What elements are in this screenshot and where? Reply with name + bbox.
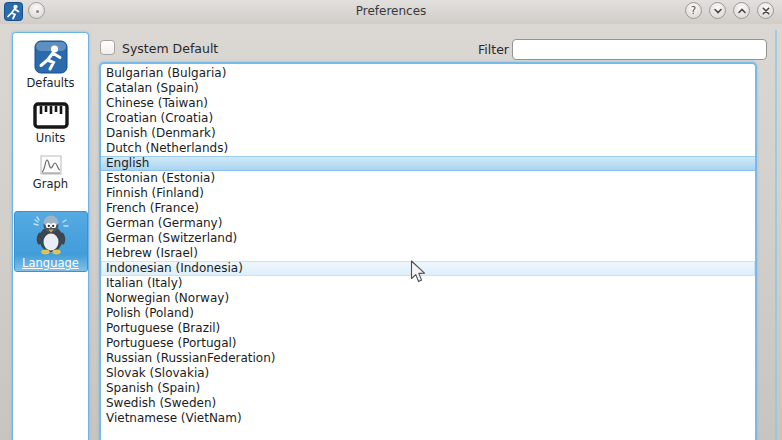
sidebar-item-language[interactable]: Language [14,211,88,272]
shade-up-button[interactable] [733,2,750,19]
ruler-icon [33,102,69,129]
list-item[interactable]: Estonian (Estonia) [101,171,755,186]
list-item[interactable]: Bulgarian (Bulgaria) [101,66,755,81]
list-item[interactable]: Finnish (Finland) [101,186,755,201]
titlebar-buttons: ? [685,2,774,19]
list-item[interactable]: Indonesian (Indonesia) [101,261,755,276]
system-default-checkbox[interactable] [100,40,115,55]
sidebar-item-units[interactable]: Units [13,102,88,145]
list-item[interactable]: English [101,156,755,171]
graph-curve-icon [40,155,62,175]
list-item[interactable]: Dutch (Netherlands) [101,141,755,156]
list-item[interactable]: Italian (Italy) [101,276,755,291]
help-button[interactable]: ? [685,2,702,19]
focus-edge-line [775,30,777,440]
list-item[interactable]: French (France) [101,201,755,216]
list-item[interactable]: Polish (Poland) [101,306,755,321]
chevron-up-icon [737,6,747,16]
close-button[interactable] [757,2,774,19]
defaults-app-icon [34,40,68,74]
list-item[interactable]: Catalan (Spain) [101,81,755,96]
list-item[interactable]: Vietnamese (VietNam) [101,411,755,426]
list-item[interactable]: Portuguese (Brazil) [101,321,755,336]
list-item[interactable]: Swedish (Sweden) [101,396,755,411]
list-item[interactable]: Portuguese (Portugal) [101,336,755,351]
language-list[interactable]: Bulgarian (Bulgaria)Catalan (Spain)Chine… [99,62,757,440]
titlebar[interactable]: Preferences ? [0,0,782,24]
sidebar-item-label: Graph [33,177,68,191]
system-default-label: System Default [122,41,218,56]
sidebar-item-label: Units [36,131,65,145]
window-title: Preferences [0,4,782,18]
list-item[interactable]: Spanish (Spain) [101,381,755,396]
list-item[interactable]: Russian (RussianFederation) [101,351,755,366]
question-mark-icon: ? [691,5,696,16]
filter-input[interactable] [512,39,767,60]
filter-label: Filter [478,42,509,57]
list-item[interactable]: Chinese (Taiwan) [101,96,755,111]
sidebar-item-defaults[interactable]: Defaults [13,40,88,90]
shade-down-button[interactable] [709,2,726,19]
sidebar-item-label: Defaults [26,76,74,90]
list-item[interactable]: Slovak (Slovakia) [101,366,755,381]
preferences-window: { "titlebar": { "title": "Preferences", … [0,0,782,440]
sidebar-item-label: Language [22,256,79,270]
close-x-icon [761,6,771,16]
list-item[interactable]: German (Switzerland) [101,231,755,246]
list-item[interactable]: German (Germany) [101,216,755,231]
list-item[interactable]: Norwegian (Norway) [101,291,755,306]
sidebar-item-graph[interactable]: Graph [13,155,88,191]
list-item[interactable]: Croatian (Croatia) [101,111,755,126]
tux-penguin-icon [29,212,73,256]
list-item[interactable]: Danish (Denmark) [101,126,755,141]
list-item[interactable]: Hebrew (Israel) [101,246,755,261]
category-sidebar: Defaults Units Graph [12,32,89,440]
chevron-down-icon [713,6,723,16]
